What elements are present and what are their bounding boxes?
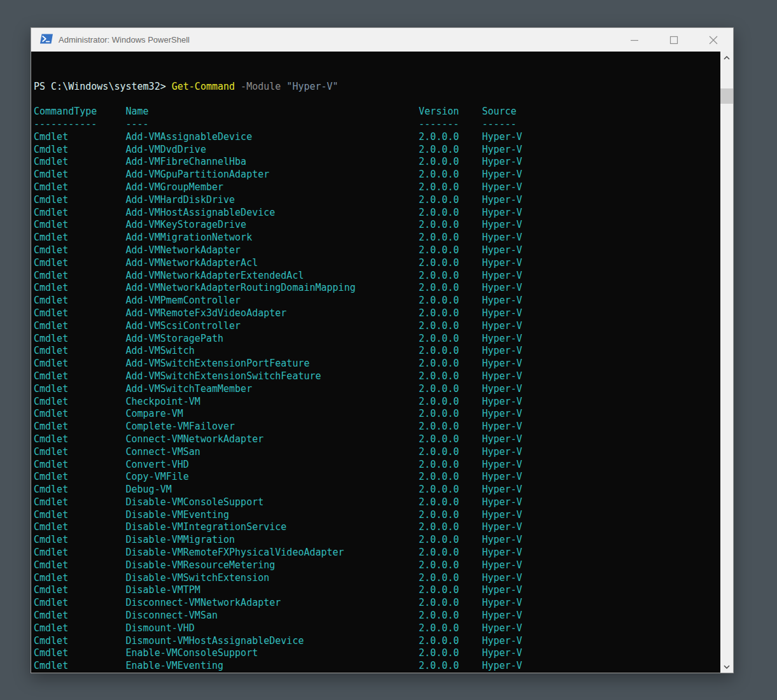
table-row: CmdletAdd-VMHardDiskDrive2.0.0.0Hyper-V (34, 194, 720, 207)
minimize-button[interactable] (615, 28, 654, 52)
cell-commandtype: Cmdlet (34, 320, 125, 333)
cell-commandtype: Cmdlet (34, 647, 125, 660)
cell-source: Hyper-V (482, 169, 522, 181)
cell-source: Hyper-V (482, 534, 522, 547)
cell-version: 2.0.0.0 (419, 333, 482, 346)
cell-commandtype: Cmdlet (34, 408, 125, 421)
cell-commandtype: Cmdlet (34, 396, 125, 409)
table-row: CmdletConvert-VHD2.0.0.0Hyper-V (34, 459, 720, 472)
cell-source: Hyper-V (482, 295, 522, 307)
cell-commandtype: Cmdlet (34, 207, 125, 220)
cell-name: Add-VMSwitchTeamMember (125, 383, 419, 396)
cell-source: Hyper-V (482, 194, 522, 207)
table-row: CmdletConnect-VMSan2.0.0.0Hyper-V (34, 446, 720, 459)
cell-name: Add-VMNetworkAdapter (125, 244, 419, 257)
cell-name: Add-VMDvdDrive (125, 144, 419, 157)
table-row: CmdletAdd-VMNetworkAdapter2.0.0.0Hyper-V (34, 244, 720, 257)
cell-commandtype: Cmdlet (34, 509, 125, 522)
table-row: CmdletAdd-VMStoragePath2.0.0.0Hyper-V (34, 333, 720, 346)
cell-version: 2.0.0.0 (419, 144, 482, 157)
scrollbar[interactable] (720, 52, 733, 673)
table-row: CmdletEnable-VMEventing2.0.0.0Hyper-V (34, 660, 720, 673)
cell-source: Hyper-V (482, 584, 522, 597)
cell-name: Disable-VMMigration (125, 534, 419, 547)
maximize-button[interactable] (654, 28, 694, 52)
cell-name: Add-VMFibreChannelHba (125, 156, 419, 169)
cell-commandtype: Cmdlet (34, 131, 125, 144)
underline-version: ------- (419, 118, 482, 131)
cell-source: Hyper-V (482, 270, 522, 283)
underline-source: ------ (482, 118, 516, 131)
blank-line (34, 93, 720, 106)
scroll-up-button[interactable] (720, 52, 733, 64)
cell-source: Hyper-V (482, 572, 522, 585)
cell-commandtype: Cmdlet (34, 534, 125, 547)
cell-source: Hyper-V (482, 509, 522, 522)
table-row: CmdletAdd-VMRemoteFx3dVideoAdapter2.0.0.… (34, 307, 720, 320)
table-row: CmdletAdd-VMPmemController2.0.0.0Hyper-V (34, 295, 720, 307)
cell-version: 2.0.0.0 (419, 244, 482, 257)
cell-commandtype: Cmdlet (34, 547, 125, 559)
cell-name: Add-VMGroupMember (125, 181, 419, 194)
blank-line (34, 68, 720, 81)
cell-version: 2.0.0.0 (419, 257, 482, 270)
cell-name: Add-VMGpuPartitionAdapter (125, 169, 419, 181)
cell-version: 2.0.0.0 (419, 521, 482, 534)
cell-version: 2.0.0.0 (419, 270, 482, 283)
table-row: CmdletDisconnect-VMNetworkAdapter2.0.0.0… (34, 597, 720, 610)
close-button[interactable] (694, 28, 733, 52)
cell-source: Hyper-V (482, 433, 522, 446)
table-row: CmdletAdd-VMAssignableDevice2.0.0.0Hyper… (34, 131, 720, 144)
cell-commandtype: Cmdlet (34, 307, 125, 320)
header-source: Source (482, 106, 516, 118)
cell-source: Hyper-V (482, 421, 522, 433)
cell-commandtype: Cmdlet (34, 257, 125, 270)
cell-commandtype: Cmdlet (34, 370, 125, 383)
cell-commandtype: Cmdlet (34, 270, 125, 283)
titlebar[interactable]: Administrator: Windows PowerShell (31, 28, 733, 52)
powershell-window: Administrator: Windows PowerShell PS C:\… (31, 27, 734, 673)
cell-version: 2.0.0.0 (419, 156, 482, 169)
cell-source: Hyper-V (482, 219, 522, 232)
cell-commandtype: Cmdlet (34, 622, 125, 635)
header-name: Name (125, 106, 419, 118)
cell-version: 2.0.0.0 (419, 207, 482, 220)
cell-name: Disconnect-VMSan (125, 610, 419, 622)
cell-name: Convert-VHD (125, 459, 419, 472)
table-row: CmdletAdd-VMFibreChannelHba2.0.0.0Hyper-… (34, 156, 720, 169)
cell-version: 2.0.0.0 (419, 446, 482, 459)
cell-name: Add-VMRemoteFx3dVideoAdapter (125, 307, 419, 320)
cell-version: 2.0.0.0 (419, 408, 482, 421)
command-line: PS C:\Windows\system32> Get-Command -Mod… (34, 81, 720, 94)
console-output[interactable]: PS C:\Windows\system32> Get-Command -Mod… (31, 52, 720, 673)
table-row: CmdletEnable-VMConsoleSupport2.0.0.0Hype… (34, 647, 720, 660)
cell-name: Connect-VMNetworkAdapter (125, 433, 419, 446)
cell-commandtype: Cmdlet (34, 660, 125, 673)
header-commandtype: CommandType (34, 106, 125, 118)
cell-source: Hyper-V (482, 207, 522, 220)
cell-name: Enable-VMEventing (125, 660, 419, 673)
table-row: CmdletCheckpoint-VM2.0.0.0Hyper-V (34, 396, 720, 409)
scroll-down-button[interactable] (720, 661, 733, 673)
table-row: CmdletAdd-VMGpuPartitionAdapter2.0.0.0Hy… (34, 169, 720, 181)
table-row: CmdletAdd-VMSwitchTeamMember2.0.0.0Hyper… (34, 383, 720, 396)
table-row: CmdletAdd-VMScsiController2.0.0.0Hyper-V (34, 320, 720, 333)
blank-line (34, 55, 720, 68)
underline-commandtype: ----------- (34, 118, 125, 131)
cell-source: Hyper-V (482, 547, 522, 559)
table-row: CmdletDismount-VHD2.0.0.0Hyper-V (34, 622, 720, 635)
cell-version: 2.0.0.0 (419, 358, 482, 370)
cell-commandtype: Cmdlet (34, 484, 125, 496)
cell-name: Add-VMSwitchExtensionSwitchFeature (125, 370, 419, 383)
scrollbar-thumb[interactable] (720, 88, 733, 104)
table-row: CmdletDisable-VMIntegrationService2.0.0.… (34, 521, 720, 534)
cell-version: 2.0.0.0 (419, 383, 482, 396)
cell-source: Hyper-V (482, 131, 522, 144)
table-row: CmdletDisable-VMEventing2.0.0.0Hyper-V (34, 509, 720, 522)
cell-name: Add-VMScsiController (125, 320, 419, 333)
parameter-text: -Module (235, 81, 281, 92)
command-text: Get-Command (172, 81, 235, 92)
cell-version: 2.0.0.0 (419, 610, 482, 622)
cell-version: 2.0.0.0 (419, 496, 482, 509)
cell-source: Hyper-V (482, 333, 522, 346)
